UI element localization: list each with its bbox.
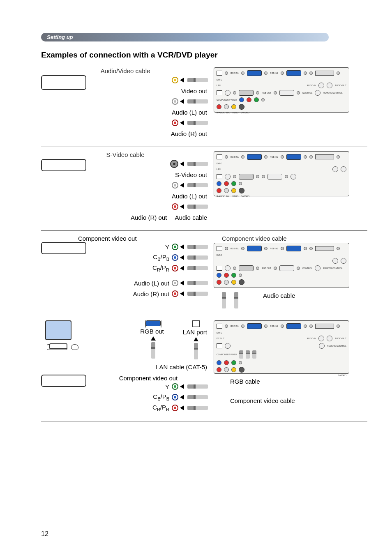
audio-cable-title: Audio cable bbox=[175, 214, 207, 221]
rca-red-icon bbox=[172, 290, 178, 297]
rca-red-icon bbox=[172, 120, 178, 126]
panel-computer: RGB out LAN port LAN cable (CAT-5) bbox=[41, 316, 367, 421]
rgb-cable-label: RGB cable bbox=[230, 378, 367, 385]
rgbout-label: RGB OUT bbox=[262, 92, 271, 94]
arrow-left-icon bbox=[180, 78, 184, 83]
rca-blue-icon bbox=[172, 254, 178, 261]
cbpb-label: CB/PB bbox=[153, 393, 169, 401]
cable-plug-icon bbox=[187, 78, 208, 82]
rca-green-icon bbox=[172, 383, 178, 390]
dvd-device-icon bbox=[41, 242, 86, 254]
component-cable-label: Component video cable bbox=[230, 397, 367, 404]
audio-r-out-label: Audio (R) out bbox=[171, 130, 207, 137]
remote-label: REMOTE CONTROL bbox=[323, 92, 342, 94]
y-label: Y bbox=[165, 383, 169, 390]
rca-blue-icon bbox=[172, 394, 178, 400]
projector-panel-icon: RGB IN1 RGB IN2 DVI-D LAN R-AUDIO IN-LVI… bbox=[214, 151, 349, 196]
control-label: CONTROL bbox=[302, 92, 312, 94]
lan-port-label: LAN port bbox=[183, 329, 207, 336]
video-label: VIDEO bbox=[232, 111, 239, 114]
arrow-up-icon bbox=[151, 336, 156, 341]
audioin-label: AUDIO-IN bbox=[307, 84, 316, 87]
rca-red-icon bbox=[172, 265, 178, 272]
rgbin2-label: RGB IN2 bbox=[270, 247, 278, 250]
cable-plug-icon bbox=[234, 292, 238, 308]
audio-l-out-label: Audio (L) out bbox=[172, 193, 207, 200]
raudio-label: R-AUDIO IN-L bbox=[217, 111, 230, 114]
dcout-label: DC OUT bbox=[217, 337, 224, 340]
audio-jack-icon bbox=[327, 83, 332, 88]
component-out-title: Component video out bbox=[90, 375, 207, 382]
section-tag: Setting up bbox=[41, 33, 329, 41]
control-label: CONTROL bbox=[302, 267, 312, 269]
remote-label: REMOTE CONTROL bbox=[323, 267, 342, 269]
video-out-label: Video out bbox=[181, 87, 207, 94]
dvd-device-icon bbox=[41, 159, 86, 171]
cable-plug-icon bbox=[187, 183, 208, 187]
page-heading: Examples of connection with a VCR/DVD pl… bbox=[41, 51, 367, 60]
svideo-icon bbox=[170, 160, 178, 168]
component-cable-title: Component video cable bbox=[222, 235, 367, 242]
audio-l-out-label: Audio (L) out bbox=[134, 280, 169, 287]
rca-small-blue-icon bbox=[239, 97, 244, 102]
rca-small-yellow-icon bbox=[231, 104, 236, 109]
rgbin2-label: RGB IN2 bbox=[270, 156, 278, 158]
rgbin1-label: RGB IN1 bbox=[231, 325, 239, 327]
arrow-up-icon bbox=[194, 337, 198, 341]
dvd-device-icon bbox=[41, 375, 86, 387]
raudio-label: R-AUDIO IN-L bbox=[217, 195, 230, 198]
component-label: COMPONENT VIDEO bbox=[217, 99, 237, 101]
svideo-label: S-VIDEO bbox=[241, 195, 250, 198]
audioout-label: AUDIO-OUT bbox=[335, 84, 346, 87]
arrow-left-icon bbox=[180, 120, 184, 125]
component-out-title: Component video out bbox=[78, 235, 137, 242]
cbpb-label: CB/PB bbox=[153, 253, 169, 262]
rca-white-icon bbox=[172, 280, 178, 286]
projector-panel-icon: RGB IN1 RGB IN2 DVI-D LAN AUDIO-IN AUDIO… bbox=[214, 67, 349, 113]
audio-r-out-label: Audio (R) out bbox=[131, 214, 167, 221]
arrow-left-icon bbox=[180, 183, 184, 188]
rgbin1-label: RGB IN1 bbox=[231, 72, 239, 74]
projector-panel-icon: RGB IN1RGB IN2DVI-D RGB OUTCONTROLREMOTE… bbox=[214, 243, 349, 288]
svideo-cable-title: S-Video cable bbox=[41, 151, 210, 158]
rgbin2-label: RGB IN2 bbox=[270, 72, 278, 74]
rca-small-white-icon bbox=[224, 104, 229, 109]
panel-svideo: S-Video cable S-Video out Audio (L) out … bbox=[41, 147, 367, 230]
monitor-icon bbox=[41, 320, 74, 349]
crpr-label: CR/PR bbox=[152, 264, 169, 272]
cable-plug-icon bbox=[187, 121, 208, 125]
control-port-icon bbox=[279, 90, 294, 96]
rca-red-icon bbox=[172, 203, 178, 210]
cable-title: Audio/Video cable bbox=[41, 67, 210, 74]
lan-cable-label: LAN cable (CAT-5) bbox=[83, 364, 207, 371]
dvid-label: DVI-D bbox=[217, 254, 222, 256]
audio-jack-icon bbox=[318, 83, 324, 88]
svideo-small-icon bbox=[239, 104, 244, 110]
audio-r-out-label: Audio (R) out bbox=[133, 290, 169, 297]
lan-port-icon bbox=[217, 71, 222, 76]
cable-plug-icon bbox=[194, 343, 198, 359]
svideo-out-label: S-Video out bbox=[175, 171, 207, 178]
rca-small-red-icon bbox=[217, 104, 221, 109]
rgbin1-label: RGB IN1 bbox=[231, 156, 239, 158]
audio-l-out-label: Audio (L) out bbox=[172, 109, 207, 116]
panel-av: Audio/Video cable Video out Audio (L) ou… bbox=[41, 63, 367, 147]
rca-red-icon bbox=[172, 405, 178, 411]
page-number: 12 bbox=[41, 530, 48, 538]
arrow-left-icon bbox=[180, 204, 184, 209]
cable-plug-icon bbox=[187, 99, 208, 104]
dvid-label: DVI-D bbox=[217, 331, 222, 334]
audioin-label: AUDIO-IN bbox=[307, 337, 316, 340]
component-label: COMPONENT VIDEO bbox=[217, 353, 237, 356]
rca-white-icon bbox=[172, 182, 178, 189]
vga-port-icon bbox=[247, 70, 262, 76]
cable-plug-icon bbox=[187, 205, 208, 209]
cable-plug-icon bbox=[222, 292, 226, 308]
cable-plug-icon bbox=[187, 162, 208, 166]
svideo-label: S-VIDEO bbox=[241, 111, 250, 114]
rgbout-port-icon bbox=[239, 90, 254, 96]
cable-plug-icon bbox=[151, 342, 155, 359]
rca-small-red-icon bbox=[247, 97, 251, 102]
arrow-left-icon bbox=[180, 99, 184, 104]
projector-panel-icon: RGB IN1RGB IN2DVI-D DC OUTAUDIO-INAUDIO-… bbox=[214, 320, 349, 374]
